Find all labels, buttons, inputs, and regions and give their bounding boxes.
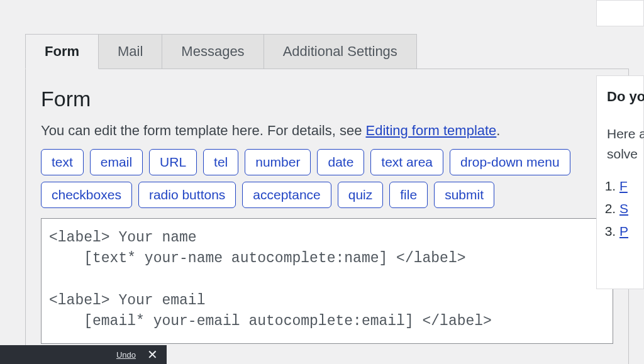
form-template-textarea[interactable]: <label> Your name [text* your-name autoc… — [41, 218, 613, 344]
panel-desc-suffix: . — [496, 123, 500, 138]
tag-btn-checkboxes[interactable]: checkboxes — [41, 182, 132, 208]
tag-btn-dropdown[interactable]: drop-down menu — [450, 149, 570, 175]
panel-description: You can edit the form template here. For… — [41, 123, 613, 139]
tab-form[interactable]: Form — [25, 34, 99, 69]
sidebar-help-box: Do yo Here a solve F S P — [596, 75, 644, 289]
close-icon[interactable]: ✕ — [147, 348, 158, 361]
sidebar-link-1[interactable]: F — [619, 179, 628, 193]
sidebar-list: F S P — [607, 179, 643, 239]
tag-btn-acceptance[interactable]: acceptance — [242, 182, 331, 208]
sidebar-desc: Here a solve — [607, 124, 643, 163]
tag-btn-tel[interactable]: tel — [203, 149, 238, 175]
editing-form-template-link[interactable]: Editing form template — [365, 123, 496, 138]
sidebar-list-item-3: P — [619, 224, 643, 239]
tag-btn-url[interactable]: URL — [149, 149, 197, 175]
sidebar-desc-line2: solve — [607, 146, 638, 161]
panel-desc-prefix: You can edit the form template here. For… — [41, 123, 365, 138]
panel-title: Form — [41, 87, 613, 111]
sidebar-box-top — [596, 0, 644, 26]
tag-btn-file[interactable]: file — [389, 182, 428, 208]
sidebar-list-item-1: F — [619, 179, 643, 194]
tab-additional-settings[interactable]: Additional Settings — [264, 34, 417, 69]
undo-toast: Undo ✕ — [0, 345, 167, 364]
tag-btn-submit[interactable]: submit — [434, 182, 494, 208]
sidebar-link-3[interactable]: P — [619, 224, 628, 238]
tag-btn-text[interactable]: text — [41, 149, 84, 175]
tag-btn-radio[interactable]: radio buttons — [138, 182, 236, 208]
form-panel: Form You can edit the form template here… — [25, 69, 629, 364]
sidebar-desc-line1: Here a — [607, 126, 644, 141]
sidebar-link-2[interactable]: S — [619, 201, 628, 216]
tag-btn-textarea[interactable]: text area — [370, 149, 443, 175]
undo-link[interactable]: Undo — [116, 350, 136, 360]
tab-mail[interactable]: Mail — [99, 34, 162, 69]
tag-btn-date[interactable]: date — [317, 149, 364, 175]
tabs-row: Form Mail Messages Additional Settings — [25, 34, 629, 69]
tag-btn-number[interactable]: number — [245, 149, 311, 175]
tag-btn-quiz[interactable]: quiz — [338, 182, 384, 208]
tag-generator-buttons: text email URL tel number date text area… — [41, 149, 613, 208]
sidebar-heading: Do yo — [607, 89, 643, 105]
tag-btn-email[interactable]: email — [90, 149, 143, 175]
sidebar-list-item-2: S — [619, 201, 643, 216]
tab-messages[interactable]: Messages — [162, 34, 264, 69]
